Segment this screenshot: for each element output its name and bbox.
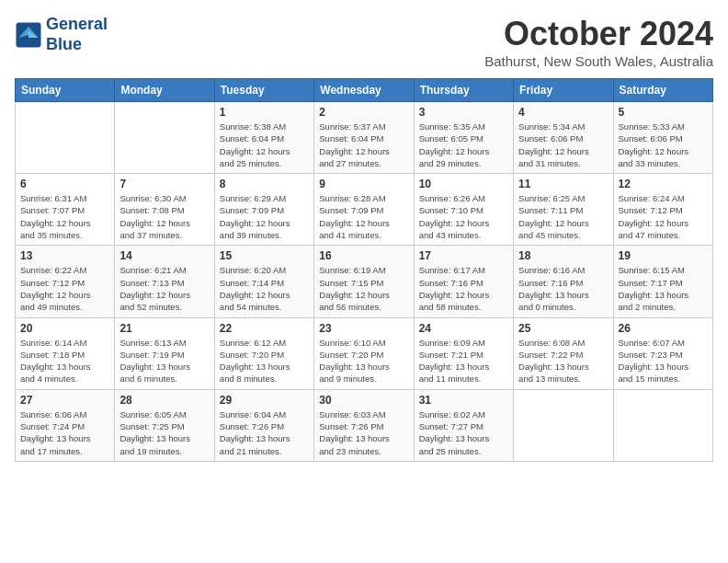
day-detail: Sunrise: 6:03 AM Sunset: 7:26 PM Dayligh… (319, 408, 408, 457)
day-number: 1 (220, 106, 309, 119)
logo-line1: General (46, 15, 108, 35)
day-detail: Sunrise: 6:31 AM Sunset: 7:07 PM Dayligh… (20, 192, 109, 241)
logo-text: General Blue (46, 15, 108, 54)
day-detail: Sunrise: 6:05 AM Sunset: 7:25 PM Dayligh… (119, 408, 209, 457)
week-row-1: 1Sunrise: 5:38 AM Sunset: 6:04 PM Daylig… (16, 102, 713, 174)
day-detail: Sunrise: 6:26 AM Sunset: 7:10 PM Dayligh… (419, 192, 508, 241)
day-number: 23 (319, 322, 408, 335)
day-detail: Sunrise: 6:28 AM Sunset: 7:09 PM Dayligh… (319, 192, 408, 241)
calendar-cell: 6Sunrise: 6:31 AM Sunset: 7:07 PM Daylig… (16, 174, 115, 246)
day-detail: Sunrise: 5:37 AM Sunset: 6:04 PM Dayligh… (319, 121, 408, 169)
calendar-cell: 31Sunrise: 6:02 AM Sunset: 7:27 PM Dayli… (414, 389, 513, 461)
day-number: 13 (20, 249, 109, 262)
header-cell-friday: Friday (514, 79, 613, 102)
calendar-cell: 23Sunrise: 6:10 AM Sunset: 7:20 PM Dayli… (314, 317, 414, 389)
calendar-cell: 12Sunrise: 6:24 AM Sunset: 7:12 PM Dayli… (613, 174, 712, 246)
day-detail: Sunrise: 6:17 AM Sunset: 7:16 PM Dayligh… (419, 264, 508, 313)
calendar-cell: 5Sunrise: 5:33 AM Sunset: 6:06 PM Daylig… (613, 102, 712, 174)
day-number: 25 (518, 322, 608, 335)
day-number: 31 (419, 394, 508, 407)
day-detail: Sunrise: 6:19 AM Sunset: 7:15 PM Dayligh… (319, 264, 408, 313)
calendar-header: SundayMondayTuesdayWednesdayThursdayFrid… (16, 79, 713, 102)
day-number: 28 (119, 394, 209, 407)
day-detail: Sunrise: 5:35 AM Sunset: 6:05 PM Dayligh… (419, 121, 508, 169)
day-number: 15 (220, 249, 309, 262)
day-detail: Sunrise: 6:06 AM Sunset: 7:24 PM Dayligh… (20, 408, 109, 457)
day-detail: Sunrise: 6:30 AM Sunset: 7:08 PM Dayligh… (119, 192, 209, 241)
day-detail: Sunrise: 5:38 AM Sunset: 6:04 PM Dayligh… (220, 121, 309, 169)
day-detail: Sunrise: 6:08 AM Sunset: 7:22 PM Dayligh… (518, 337, 608, 385)
calendar-cell: 22Sunrise: 6:12 AM Sunset: 7:20 PM Dayli… (214, 317, 313, 389)
day-number: 3 (419, 106, 508, 119)
calendar-cell (613, 389, 712, 461)
calendar-cell: 26Sunrise: 6:07 AM Sunset: 7:23 PM Dayli… (613, 317, 712, 389)
day-number: 21 (119, 322, 209, 335)
calendar-cell: 8Sunrise: 6:29 AM Sunset: 7:09 PM Daylig… (214, 174, 313, 246)
week-row-4: 20Sunrise: 6:14 AM Sunset: 7:18 PM Dayli… (16, 317, 713, 389)
title-area: October 2024 Bathurst, New South Wales, … (484, 15, 713, 69)
calendar-cell: 13Sunrise: 6:22 AM Sunset: 7:12 PM Dayli… (16, 246, 115, 317)
calendar-cell: 18Sunrise: 6:16 AM Sunset: 7:16 PM Dayli… (514, 246, 613, 317)
calendar-cell: 17Sunrise: 6:17 AM Sunset: 7:16 PM Dayli… (414, 246, 513, 317)
week-row-5: 27Sunrise: 6:06 AM Sunset: 7:24 PM Dayli… (16, 389, 713, 461)
day-number: 11 (518, 178, 608, 190)
day-detail: Sunrise: 6:02 AM Sunset: 7:27 PM Dayligh… (419, 408, 508, 457)
calendar-cell: 24Sunrise: 6:09 AM Sunset: 7:21 PM Dayli… (414, 317, 513, 389)
week-row-2: 6Sunrise: 6:31 AM Sunset: 7:07 PM Daylig… (16, 174, 713, 246)
calendar-body: 1Sunrise: 5:38 AM Sunset: 6:04 PM Daylig… (16, 102, 713, 462)
calendar-cell: 9Sunrise: 6:28 AM Sunset: 7:09 PM Daylig… (314, 174, 414, 246)
day-number: 20 (20, 322, 109, 335)
day-number: 29 (220, 394, 309, 407)
day-detail: Sunrise: 6:24 AM Sunset: 7:12 PM Dayligh… (619, 192, 708, 241)
day-detail: Sunrise: 6:16 AM Sunset: 7:16 PM Dayligh… (518, 264, 608, 313)
day-number: 8 (220, 178, 309, 190)
week-row-3: 13Sunrise: 6:22 AM Sunset: 7:12 PM Dayli… (16, 246, 713, 317)
day-detail: Sunrise: 5:33 AM Sunset: 6:06 PM Dayligh… (619, 121, 708, 169)
header-cell-monday: Monday (115, 79, 214, 102)
calendar-cell: 10Sunrise: 6:26 AM Sunset: 7:10 PM Dayli… (414, 174, 513, 246)
month-title: October 2024 (484, 15, 713, 53)
calendar-cell: 27Sunrise: 6:06 AM Sunset: 7:24 PM Dayli… (16, 389, 115, 461)
calendar-cell: 4Sunrise: 5:34 AM Sunset: 6:06 PM Daylig… (514, 102, 613, 174)
day-number: 12 (619, 178, 708, 190)
day-number: 6 (20, 178, 109, 190)
day-number: 18 (518, 249, 608, 262)
day-detail: Sunrise: 6:09 AM Sunset: 7:21 PM Dayligh… (419, 337, 508, 385)
subtitle: Bathurst, New South Wales, Australia (484, 53, 713, 69)
calendar-cell: 1Sunrise: 5:38 AM Sunset: 6:04 PM Daylig… (214, 102, 313, 174)
header-cell-thursday: Thursday (414, 79, 513, 102)
calendar-cell: 25Sunrise: 6:08 AM Sunset: 7:22 PM Dayli… (514, 317, 613, 389)
day-detail: Sunrise: 6:29 AM Sunset: 7:09 PM Dayligh… (220, 192, 309, 241)
calendar-cell: 19Sunrise: 6:15 AM Sunset: 7:17 PM Dayli… (613, 246, 712, 317)
calendar-cell: 28Sunrise: 6:05 AM Sunset: 7:25 PM Dayli… (115, 389, 214, 461)
header-cell-tuesday: Tuesday (214, 79, 313, 102)
calendar-cell: 15Sunrise: 6:20 AM Sunset: 7:14 PM Dayli… (214, 246, 313, 317)
calendar-cell: 14Sunrise: 6:21 AM Sunset: 7:13 PM Dayli… (115, 246, 214, 317)
day-detail: Sunrise: 6:15 AM Sunset: 7:17 PM Dayligh… (619, 264, 708, 313)
day-detail: Sunrise: 6:12 AM Sunset: 7:20 PM Dayligh… (220, 337, 309, 385)
header-cell-sunday: Sunday (16, 79, 115, 102)
day-detail: Sunrise: 5:34 AM Sunset: 6:06 PM Dayligh… (518, 121, 608, 169)
header-cell-saturday: Saturday (613, 79, 712, 102)
day-detail: Sunrise: 6:04 AM Sunset: 7:26 PM Dayligh… (220, 408, 309, 457)
day-number: 5 (619, 106, 708, 119)
calendar-cell (115, 102, 214, 174)
day-number: 24 (419, 322, 508, 335)
day-detail: Sunrise: 6:20 AM Sunset: 7:14 PM Dayligh… (220, 264, 309, 313)
calendar-cell: 20Sunrise: 6:14 AM Sunset: 7:18 PM Dayli… (16, 317, 115, 389)
day-detail: Sunrise: 6:10 AM Sunset: 7:20 PM Dayligh… (319, 337, 408, 385)
calendar-cell: 30Sunrise: 6:03 AM Sunset: 7:26 PM Dayli… (314, 389, 414, 461)
day-detail: Sunrise: 6:22 AM Sunset: 7:12 PM Dayligh… (20, 264, 109, 313)
day-detail: Sunrise: 6:13 AM Sunset: 7:19 PM Dayligh… (119, 337, 209, 385)
calendar-cell: 3Sunrise: 5:35 AM Sunset: 6:05 PM Daylig… (414, 102, 513, 174)
day-number: 4 (518, 106, 608, 119)
day-number: 30 (319, 394, 408, 407)
day-number: 19 (619, 249, 708, 262)
calendar-table: SundayMondayTuesdayWednesdayThursdayFrid… (15, 78, 713, 462)
calendar-cell: 21Sunrise: 6:13 AM Sunset: 7:19 PM Dayli… (115, 317, 214, 389)
day-number: 9 (319, 178, 408, 190)
calendar-cell: 29Sunrise: 6:04 AM Sunset: 7:26 PM Dayli… (214, 389, 313, 461)
day-number: 27 (20, 394, 109, 407)
day-detail: Sunrise: 6:21 AM Sunset: 7:13 PM Dayligh… (119, 264, 209, 313)
header-cell-wednesday: Wednesday (314, 79, 414, 102)
